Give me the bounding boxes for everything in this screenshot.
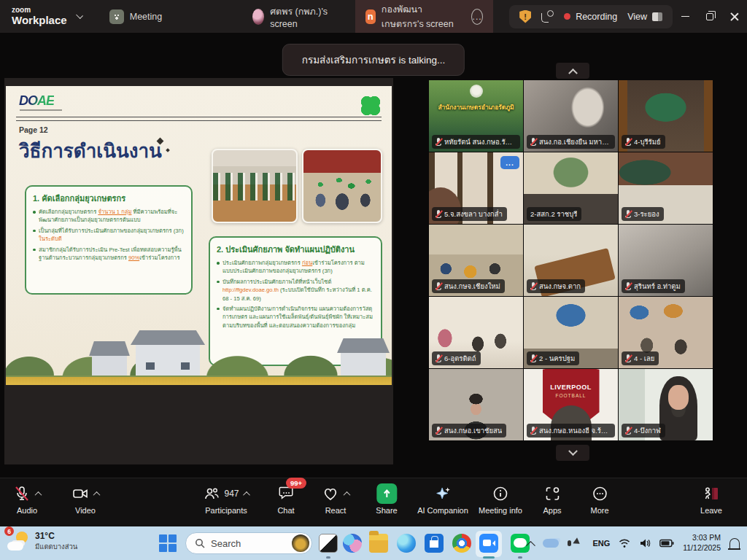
gallery-scroll-up-button[interactable] bbox=[556, 63, 589, 79]
video-tile[interactable]: สนง.กษจ.เชียงใหม่ bbox=[429, 225, 523, 296]
recording-indicator: Recording bbox=[564, 12, 617, 22]
muted-mic-icon bbox=[436, 138, 441, 146]
audio-button[interactable]: Audio bbox=[13, 483, 41, 515]
leave-button[interactable]: Leave bbox=[700, 483, 722, 515]
copilot-icon[interactable] bbox=[343, 534, 362, 553]
slide-photo-activity bbox=[302, 149, 382, 223]
video-tile[interactable]: สำนักงานเกษตรอำเภอรัตภูมิ หทัยรัตน์ สนง.… bbox=[429, 80, 523, 152]
slide-illustration bbox=[6, 305, 392, 385]
microsoft-store-icon[interactable] bbox=[425, 534, 444, 553]
minimize-button[interactable] bbox=[673, 0, 697, 33]
muted-mic-icon bbox=[530, 427, 536, 435]
participants-button[interactable]: 947 Participants bbox=[203, 483, 249, 515]
restore-button[interactable] bbox=[697, 0, 722, 33]
video-tile[interactable]: 2 - นครปฐม bbox=[524, 297, 618, 368]
react-options-caret[interactable] bbox=[344, 491, 351, 498]
recording-label: Recording bbox=[576, 12, 617, 22]
video-button[interactable]: Video bbox=[71, 483, 99, 515]
gallery-scroll-down-button[interactable] bbox=[556, 445, 589, 461]
heart-icon bbox=[322, 485, 339, 502]
tab-meeting[interactable]: Meeting bbox=[99, 0, 172, 33]
muted-mic-icon bbox=[436, 210, 441, 218]
fullscreen-icon[interactable] bbox=[541, 10, 554, 23]
video-tile[interactable]: 4-บึงกาฬ bbox=[619, 369, 713, 440]
security-shield-icon[interactable]: ! bbox=[519, 10, 531, 23]
video-tile[interactable]: สนง.กษอ.เขาชัยสน bbox=[429, 369, 523, 440]
ai-sparkle-icon bbox=[434, 485, 452, 502]
mic-location-indicators[interactable] bbox=[568, 540, 584, 547]
chevron-up-icon bbox=[568, 68, 578, 77]
apps-button[interactable]: Apps bbox=[543, 483, 561, 515]
language-indicator[interactable]: ENG bbox=[592, 539, 610, 548]
tab-options-icon[interactable]: ... bbox=[471, 9, 483, 25]
onedrive-icon[interactable] bbox=[543, 539, 559, 548]
camera-icon bbox=[71, 485, 89, 502]
wifi-icon[interactable] bbox=[619, 538, 630, 548]
active-speaker-banner: กรมส่งเสริมการเกษตร is talking... bbox=[282, 44, 465, 76]
chat-button[interactable]: 99+ Chat bbox=[277, 483, 295, 515]
line-app-icon[interactable] bbox=[511, 534, 530, 553]
notification-bell-icon[interactable] bbox=[729, 538, 740, 548]
file-explorer-icon[interactable] bbox=[369, 534, 388, 553]
muted-mic-icon bbox=[625, 210, 631, 218]
participant-name: สนง.กษจ.เชียงใหม่ bbox=[444, 281, 500, 292]
video-label: Video bbox=[71, 506, 99, 515]
video-tile[interactable]: 4-บุรีรัมย์ bbox=[619, 80, 713, 152]
participants-options-caret[interactable] bbox=[243, 491, 250, 498]
video-tile[interactable]: 2-สสก.2 ราชบุรี bbox=[524, 152, 618, 224]
taskbar-clock[interactable]: 3:03 PM 11/12/2025 bbox=[683, 533, 721, 553]
start-button[interactable] bbox=[159, 534, 177, 552]
video-tile[interactable]: 6-อุตรดิตถ์ bbox=[429, 297, 523, 368]
tile-more-button[interactable]: ... bbox=[500, 156, 519, 169]
more-button[interactable]: More bbox=[590, 483, 608, 515]
zoom-running-indicator bbox=[483, 556, 495, 559]
muted-mic-icon bbox=[530, 138, 536, 146]
share-button[interactable]: Share bbox=[376, 483, 397, 515]
video-tile[interactable]: 4 - เลย bbox=[619, 297, 713, 368]
video-options-caret[interactable] bbox=[93, 491, 101, 498]
weather-temperature: 31°C bbox=[35, 531, 77, 541]
tab-screen-share-1[interactable]: ศตพร (กพภ.)'s screen bbox=[242, 0, 343, 33]
slide-divider bbox=[16, 117, 382, 121]
chrome-icon[interactable] bbox=[452, 534, 471, 553]
mic-muted-icon bbox=[13, 485, 31, 502]
view-button[interactable]: View bbox=[627, 12, 662, 22]
workspace-dropdown-icon[interactable] bbox=[76, 12, 83, 19]
four-h-clover-icon bbox=[361, 96, 380, 115]
ai-companion-button[interactable]: AI Companion bbox=[417, 483, 468, 515]
taskbar-app-photos-icon[interactable] bbox=[319, 534, 338, 553]
audio-label: Audio bbox=[13, 506, 41, 515]
zoom-app-icon[interactable] bbox=[479, 534, 498, 553]
share-screen-icon bbox=[376, 483, 397, 504]
ai-companion-label: AI Companion bbox=[417, 506, 468, 515]
video-tile[interactable]: สนง.กอ.เชียงยืน มหาสารค... bbox=[524, 80, 618, 152]
field-illustration bbox=[6, 376, 392, 385]
audio-options-caret[interactable] bbox=[35, 491, 42, 498]
video-tile[interactable]: สุรินทร์ อ.ท่าตูม bbox=[619, 225, 713, 296]
slide-page-label: Page 12 bbox=[19, 125, 48, 134]
search-box[interactable]: Search bbox=[185, 532, 312, 554]
video-tile[interactable]: สนง.กษจ.ตาก bbox=[524, 225, 618, 296]
weather-widget[interactable]: 6 31°C มีแดดบางส่วน bbox=[7, 530, 77, 552]
speaker-icon[interactable] bbox=[639, 538, 651, 548]
tray-expand-icon[interactable] bbox=[527, 540, 536, 550]
meeting-info-button[interactable]: Meeting info bbox=[479, 483, 522, 515]
tab-screen-share-2-active[interactable]: n กองพัฒนาเกษตรกร's screen ... bbox=[355, 0, 493, 33]
participant-name: สนง.กอ.เชียงยืน มหาสารค... bbox=[539, 136, 611, 147]
share-label: Share bbox=[376, 506, 397, 515]
muted-mic-icon bbox=[436, 427, 441, 435]
shared-presentation-slide: DOAE Page 12 วิธีการดำเนินงาน 1. คัดเลือ… bbox=[6, 86, 392, 385]
participant-name: 6-อุตรดิตถ์ bbox=[444, 353, 476, 364]
close-button[interactable] bbox=[722, 0, 747, 33]
step2-heading: 2. ประเมินศักยภาพ จัดทำแผนปฏิบัติงาน bbox=[217, 243, 374, 256]
chevron-down-icon bbox=[568, 446, 578, 456]
video-tile[interactable]: LIVERPOOL FOOTBALL สนง.กษอ.หนองฮี จ.ร้อย… bbox=[524, 369, 618, 440]
weather-alert-badge: 6 bbox=[4, 526, 14, 536]
edge-browser-icon[interactable] bbox=[397, 534, 416, 553]
react-button[interactable]: React bbox=[322, 483, 349, 515]
video-tile[interactable]: ... 5.จ.สงขลา บางกล่ำ bbox=[429, 152, 523, 224]
brand-workplace: Workplace bbox=[12, 15, 67, 26]
info-icon bbox=[492, 485, 509, 502]
battery-icon[interactable] bbox=[659, 539, 674, 548]
video-tile[interactable]: 3-ระยอง bbox=[619, 152, 713, 224]
